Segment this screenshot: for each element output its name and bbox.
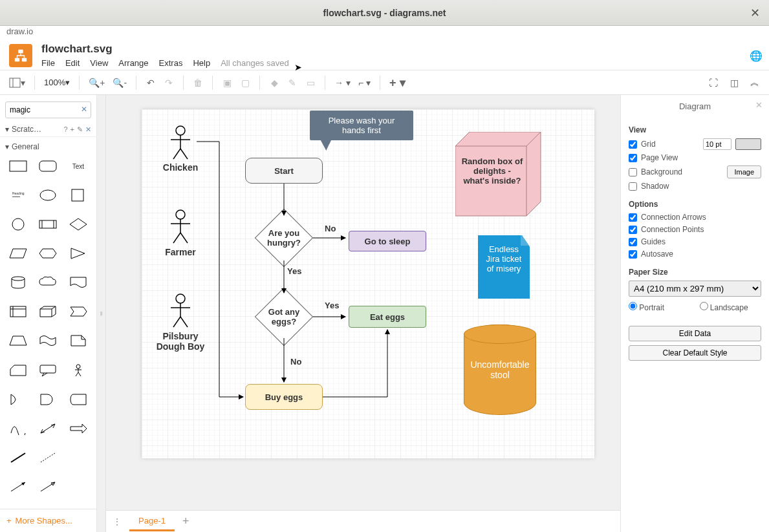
format-panel-icon[interactable]: ◫ <box>726 75 742 90</box>
waypoint-icon[interactable]: ⌐ ▾ <box>356 75 373 90</box>
menu-help[interactable]: Help <box>193 58 210 69</box>
menu-file[interactable]: File <box>41 58 55 69</box>
search-input[interactable] <box>5 101 91 118</box>
edge-label-yes2[interactable]: Yes <box>325 301 339 310</box>
portrait-radio[interactable] <box>629 302 637 310</box>
shape-hexagon[interactable] <box>35 245 61 262</box>
edit-data-button[interactable]: Edit Data <box>629 326 761 341</box>
panel-close-icon[interactable]: ✕ <box>755 100 763 110</box>
callout-wash-hands[interactable]: Please wash your hands first <box>310 111 413 140</box>
insert-icon[interactable]: + ▾ <box>387 75 408 90</box>
grid-color-swatch[interactable] <box>735 138 761 150</box>
node-go-to-sleep[interactable]: Go to sleep <box>349 231 426 251</box>
shape-cloud[interactable] <box>35 274 61 291</box>
shape-rect[interactable] <box>5 158 31 175</box>
delete-icon[interactable]: 🗑 <box>190 75 206 90</box>
shape-blank[interactable] <box>65 449 91 466</box>
grid-checkbox[interactable] <box>629 140 637 149</box>
shape-document[interactable] <box>65 274 91 291</box>
shadow-icon[interactable]: ▭ <box>303 75 318 90</box>
scratchpad-header[interactable]: Scratc… <box>12 125 61 134</box>
zoom-out-icon[interactable]: 🔍- <box>110 75 129 90</box>
fullscreen-icon[interactable]: ⛶ <box>706 75 721 90</box>
clear-style-button[interactable]: Clear Default Style <box>629 345 761 361</box>
shape-jira-note[interactable]: Endless Jira ticket of misery <box>478 235 530 299</box>
search-clear-icon[interactable]: ✕ <box>81 105 87 114</box>
conn-points-checkbox[interactable] <box>629 226 637 234</box>
tabs-menu-icon[interactable]: ⋮ <box>113 516 122 527</box>
shape-step[interactable] <box>65 303 91 320</box>
shape-trapezoid[interactable] <box>5 332 31 349</box>
shape-arrow[interactable] <box>65 420 91 437</box>
shape-triangle[interactable] <box>65 245 91 262</box>
shape-link[interactable] <box>5 478 31 495</box>
background-image-button[interactable]: Image <box>727 165 761 178</box>
shape-datastore[interactable] <box>65 391 91 408</box>
edge-label-no2[interactable]: No <box>290 357 301 367</box>
shape-dashed[interactable] <box>35 449 61 466</box>
shape-diamond[interactable] <box>65 216 91 233</box>
view-toggle-button[interactable]: ▾ <box>6 75 28 90</box>
actor-chicken[interactable] <box>164 125 197 161</box>
shape-tape[interactable] <box>35 332 61 349</box>
shape-curve[interactable] <box>5 420 31 437</box>
fill-color-icon[interactable]: ◆ <box>266 75 282 90</box>
pageview-checkbox[interactable] <box>629 154 637 162</box>
shape-cube[interactable] <box>35 303 61 320</box>
shadow-checkbox[interactable] <box>629 182 637 191</box>
edge-label-yes1[interactable]: Yes <box>287 266 301 276</box>
autosave-checkbox[interactable] <box>629 250 637 259</box>
general-header[interactable]: General <box>12 142 91 151</box>
shape-cylinder[interactable] <box>5 274 31 291</box>
shape-callout[interactable] <box>35 362 61 379</box>
shape-text[interactable]: Text <box>65 158 91 175</box>
scratchpad-close-icon[interactable]: ✕ <box>85 125 91 134</box>
to-front-icon[interactable]: ▣ <box>219 75 235 90</box>
shape-and[interactable] <box>35 391 61 408</box>
zoom-in-icon[interactable]: 🔍+ <box>86 75 107 90</box>
zoom-level[interactable]: 100% ▾ <box>41 75 72 90</box>
actor-farmer[interactable] <box>164 209 197 245</box>
background-checkbox[interactable] <box>629 168 637 176</box>
shape-directional[interactable] <box>35 478 61 495</box>
menu-view[interactable]: View <box>90 58 108 69</box>
shape-ellipse[interactable] <box>35 187 61 204</box>
shape-process[interactable] <box>35 216 61 233</box>
node-start[interactable]: Start <box>245 158 323 184</box>
conn-arrows-checkbox[interactable] <box>629 213 637 222</box>
shape-square[interactable] <box>65 187 91 204</box>
redo-icon[interactable]: ↷ <box>161 75 177 90</box>
shape-rounded-rect[interactable] <box>35 158 61 175</box>
menu-extras[interactable]: Extras <box>159 58 183 69</box>
shape-internal-storage[interactable] <box>5 303 31 320</box>
undo-icon[interactable]: ↶ <box>143 75 158 90</box>
shape-card[interactable] <box>5 362 31 379</box>
file-title[interactable]: flowchart.svg <box>41 43 750 56</box>
menu-arrange[interactable]: Arrange <box>118 58 148 69</box>
grid-size-input[interactable] <box>703 138 731 150</box>
menu-edit[interactable]: Edit <box>65 58 80 69</box>
scratchpad-edit-icon[interactable]: ✎ <box>77 125 83 134</box>
scratchpad-help-icon[interactable]: ? <box>63 125 67 133</box>
edge-label-no1[interactable]: No <box>325 224 336 233</box>
shape-circle[interactable] <box>5 216 31 233</box>
line-color-icon[interactable]: ✎ <box>285 75 300 90</box>
shape-stool[interactable]: Uncomfortable stool <box>464 325 536 415</box>
shape-parallelogram[interactable] <box>5 245 31 262</box>
scratchpad-add-icon[interactable]: + <box>70 125 74 133</box>
canvas-scroll[interactable]: Chicken Farmer Pilsbury Dough Boy Please… <box>106 95 620 510</box>
tab-add-icon[interactable]: + <box>182 515 190 528</box>
more-shapes-button[interactable]: + More Shapes... <box>0 509 96 532</box>
diagram-page[interactable]: Chicken Farmer Pilsbury Dough Boy Please… <box>142 109 594 458</box>
tab-page-1[interactable]: Page-1 <box>129 512 175 531</box>
guides-checkbox[interactable] <box>629 238 637 246</box>
shape-bidir-arrow[interactable] <box>35 420 61 437</box>
actor-chicken-label[interactable]: Chicken <box>158 162 203 173</box>
node-got-eggs[interactable]: Got any eggs? <box>255 288 314 346</box>
actor-doughboy-label[interactable]: Pilsbury Dough Boy <box>149 331 211 352</box>
to-back-icon[interactable]: ▢ <box>237 75 253 90</box>
shape-textbox[interactable]: Heading━━━━ <box>5 187 31 204</box>
landscape-radio[interactable] <box>700 302 708 310</box>
shape-actor[interactable] <box>65 362 91 379</box>
shape-line[interactable] <box>5 449 31 466</box>
